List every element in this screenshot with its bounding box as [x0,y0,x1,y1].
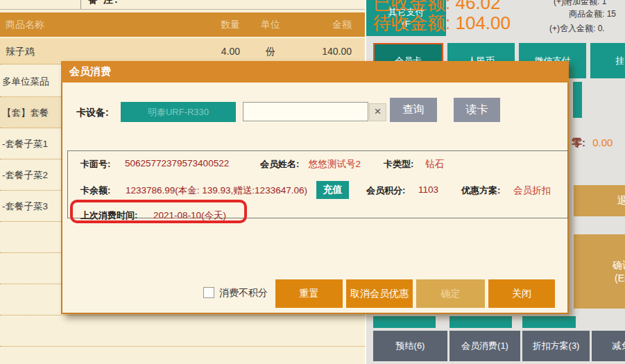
header-unit: 单位 [260,19,281,31]
change-value: 0.00 [592,137,613,148]
red-highlight-annotation [70,200,247,223]
points-value: 1103 [418,184,438,195]
table-header: 商品名称 数量 单位 金额 [0,12,365,37]
item-unit: 份 [260,46,281,58]
no-points-label: 消费不积分 [219,287,268,300]
query-button[interactable]: 查询 [390,98,437,122]
pending-amount: 待收金额: 104.00 [373,11,511,35]
confirm-receive-button[interactable]: 确认 (En [574,234,625,309]
item-name: -套餐子菜2 [2,169,48,182]
cancel-member-discount-button[interactable]: 取消会员优惠 [346,279,413,308]
balance-value: 1233786.99(本金: 139.93,赠送:1233647.06) [126,184,307,197]
confirm-button-disabled[interactable]: 确定 [416,279,485,308]
presettle-button[interactable]: 预结(6) [373,331,447,361]
reset-button[interactable]: 重置 [275,279,343,308]
item-name: 辣子鸡 [6,46,35,58]
table-row-empty [0,315,365,347]
dialog-title-bar[interactable]: 会员消费 [61,61,569,83]
dialog-title: 会员消费 [69,65,111,78]
pay-method-partial[interactable] [573,82,582,118]
card-number-input[interactable] [243,102,368,121]
read-card-button[interactable]: 读卡 [454,98,500,122]
discount-plan-button[interactable]: 折扣方案(3) [522,331,590,361]
reduce-button[interactable]: 减免 [592,331,625,361]
plan-value: 会员折扣 [513,184,551,197]
item-amount: 140.00 [309,46,352,57]
confirm-hotkey: (En [615,272,625,285]
card-no-label: 卡面号: [80,158,110,171]
clear-input-icon[interactable]: × [369,103,386,121]
item-name: 多单位菜品 [2,76,49,88]
balance-label: 卡余额: [80,184,110,197]
member-consume-button[interactable]: 会员消费(1) [450,331,520,361]
pending-value: 104.00 [455,12,511,33]
close-button[interactable]: 关闭 [488,279,555,308]
item-name: -套餐子菜3 [2,200,48,213]
summary-addition-amount: (+)附加金额: 1 [554,0,606,8]
item-name: -套餐子菜1 [2,138,48,150]
header-name: 商品名称 [6,19,44,31]
member-name-label: 会员姓名: [260,158,299,171]
card-device-button[interactable]: 明泰URF-R330 [121,102,236,122]
remark-field-edge [80,0,81,9]
refund-button[interactable]: 退 [574,185,625,216]
change-label: 零: [572,137,585,148]
card-type-value: 钻石 [425,158,444,171]
recharge-button[interactable]: 充值 [316,181,349,199]
card-type-label: 卡类型: [384,158,413,171]
header-amount: 金额 [309,19,352,31]
card-device-label: 卡设备: [76,107,109,119]
hidden-button-sliver[interactable] [373,316,436,328]
pending-label: 待收金额: [373,12,450,33]
no-points-checkbox[interactable] [203,287,214,298]
remark-row: 备 注: [0,0,365,10]
header-qty: 数量 [198,19,240,31]
confirm-label: 确认 [613,259,625,272]
points-label: 会员积分: [366,184,405,197]
summary-rounding-amount: (+)舍入金额: 0. [549,23,605,35]
item-name: 【套】套餐 [2,107,49,119]
summary-goods-amount: 商品金额: 15 [569,8,616,20]
member-name-value: 悠悠测试号2 [309,158,361,171]
item-qty: 4.00 [198,46,240,57]
hidden-button-sliver[interactable] [522,316,576,328]
table-row-empty [0,347,365,364]
card-no-value: 50625772379573400522 [125,158,229,168]
remark-label: 备 注: [88,0,119,6]
hang-order-button[interactable]: 挂 [590,43,625,78]
change-line: 零: 0.00 [572,137,613,150]
hidden-button-sliver[interactable] [450,316,512,328]
member-consume-dialog: 会员消费 卡设备: 明泰URF-R330 × 查询 读卡 卡面号: 506257… [61,61,569,314]
plan-label: 优惠方案: [461,184,500,197]
